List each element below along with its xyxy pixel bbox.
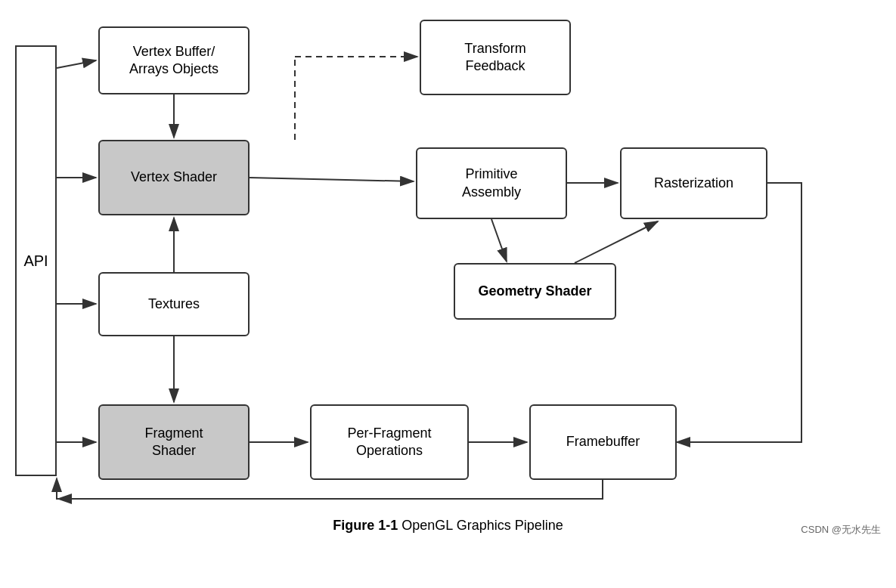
fragment-shader-label: FragmentShader xyxy=(144,425,203,460)
caption: Figure 1-1 OpenGL Graphics Pipeline xyxy=(0,518,896,534)
rasterization-label: Rasterization xyxy=(654,175,733,192)
primitive-assembly-node: PrimitiveAssembly xyxy=(416,147,567,219)
fragment-shader-node: FragmentShader xyxy=(98,404,250,480)
framebuffer-label: Framebuffer xyxy=(566,433,640,450)
svg-line-5 xyxy=(250,178,414,181)
per-fragment-label: Per-FragmentOperations xyxy=(347,425,431,460)
api-node: API xyxy=(15,45,57,476)
primitive-assembly-label: PrimitiveAssembly xyxy=(462,166,521,201)
rasterization-node: Rasterization xyxy=(620,147,767,219)
caption-bold: Figure 1-1 xyxy=(333,518,398,533)
framebuffer-node: Framebuffer xyxy=(529,404,677,480)
per-fragment-node: Per-FragmentOperations xyxy=(310,404,469,480)
vertex-shader-label: Vertex Shader xyxy=(131,169,217,186)
svg-line-13 xyxy=(575,221,658,263)
svg-line-2 xyxy=(57,60,96,68)
diagram: API Vertex Buffer/Arrays Objects Transfo… xyxy=(0,0,896,544)
vbo-node: Vertex Buffer/Arrays Objects xyxy=(98,26,250,94)
textures-node: Textures xyxy=(98,272,250,336)
transform-feedback-label: TransformFeedback xyxy=(464,40,526,76)
caption-text: OpenGL Graphics Pipeline xyxy=(401,518,563,533)
textures-label: Textures xyxy=(148,296,200,313)
transform-feedback-node: TransformFeedback xyxy=(420,20,571,95)
watermark: CSDN @无水先生 xyxy=(801,523,881,537)
vbo-label: Vertex Buffer/Arrays Objects xyxy=(129,43,219,79)
geometry-shader-node: Geometry Shader xyxy=(454,263,616,320)
vertex-shader-node: Vertex Shader xyxy=(98,140,250,215)
api-label: API xyxy=(23,252,48,270)
svg-line-12 xyxy=(491,219,507,262)
geometry-shader-label: Geometry Shader xyxy=(478,283,591,300)
